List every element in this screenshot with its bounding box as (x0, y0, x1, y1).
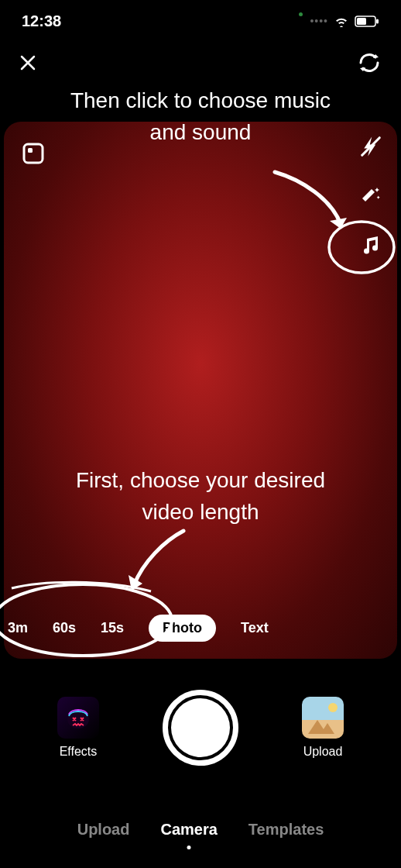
effects-button[interactable]: Effects (46, 697, 110, 759)
wifi-icon (333, 15, 350, 27)
flip-camera-icon[interactable] (356, 50, 382, 79)
svg-rect-4 (28, 148, 33, 153)
svg-rect-3 (24, 144, 43, 163)
upload-label: Upload (303, 745, 343, 759)
annotation-text-bottom: First, choose your desired video length (61, 465, 340, 528)
sparkle-effects-icon[interactable] (359, 184, 382, 208)
svg-rect-2 (376, 19, 379, 23)
upload-button[interactable]: Upload (291, 697, 355, 759)
status-time: 12:38 (22, 12, 61, 30)
shutter-inner-icon (171, 698, 230, 757)
mode-text[interactable]: Text (241, 620, 269, 636)
effects-label: Effects (60, 745, 98, 759)
battery-icon (355, 16, 379, 27)
status-bar: 12:38 •••• (0, 0, 401, 37)
svg-rect-1 (357, 18, 366, 25)
capture-row: Effects Upload (0, 690, 401, 766)
svg-point-6 (329, 222, 394, 273)
tab-upload[interactable]: Upload (77, 821, 130, 839)
annotation-text-top: Then click to choose music and sound (69, 85, 332, 148)
upload-thumb-icon (302, 697, 344, 739)
svg-point-7 (0, 584, 172, 656)
bottom-tabs: Upload Camera Templates (0, 821, 401, 839)
cellular-icon: •••• (310, 15, 328, 27)
top-controls (0, 37, 401, 84)
tab-templates[interactable]: Templates (248, 821, 324, 839)
close-icon[interactable] (19, 51, 37, 78)
effects-thumb-icon (57, 697, 99, 739)
frame-mode-icon[interactable] (22, 142, 45, 168)
highlight-circle-music-icon (324, 217, 398, 281)
tab-camera[interactable]: Camera (160, 821, 217, 839)
shutter-button[interactable] (163, 690, 238, 766)
tab-active-dot-icon (187, 846, 191, 849)
flash-icon[interactable] (359, 135, 382, 158)
recording-dot-icon (299, 12, 303, 16)
highlight-circle-duration-icon (0, 577, 178, 666)
status-indicators: •••• (299, 12, 379, 30)
